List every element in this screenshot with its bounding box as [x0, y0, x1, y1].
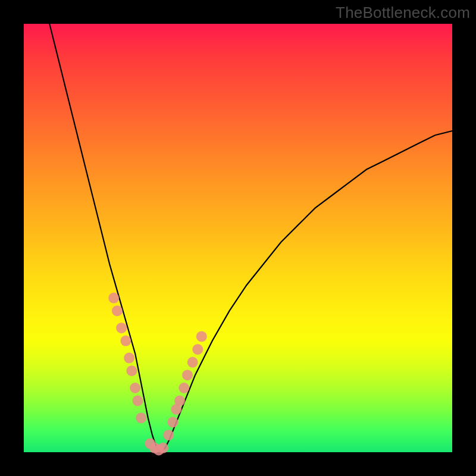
marker-point	[178, 383, 189, 393]
bottleneck-curve	[49, 24, 452, 452]
marker-point	[130, 383, 140, 393]
watermark-text: TheBottleneck.com	[336, 4, 470, 22]
marker-point	[108, 293, 119, 303]
marker-point	[168, 417, 178, 428]
marker-point	[192, 344, 203, 355]
marker-point	[187, 357, 198, 368]
marker-point	[163, 430, 174, 440]
chart-svg	[24, 24, 452, 452]
marker-point	[196, 331, 207, 342]
plot-area	[24, 24, 452, 452]
marker-point	[126, 365, 137, 376]
curve-markers	[108, 293, 207, 456]
marker-point	[136, 412, 146, 423]
marker-point	[133, 396, 143, 406]
marker-point	[124, 353, 134, 364]
marker-point	[182, 369, 193, 380]
marker-point	[112, 305, 123, 316]
marker-point	[116, 322, 127, 333]
chart-frame: TheBottleneck.com	[0, 0, 476, 476]
marker-point	[174, 396, 185, 406]
marker-point	[120, 336, 131, 346]
marker-point	[158, 443, 168, 453]
